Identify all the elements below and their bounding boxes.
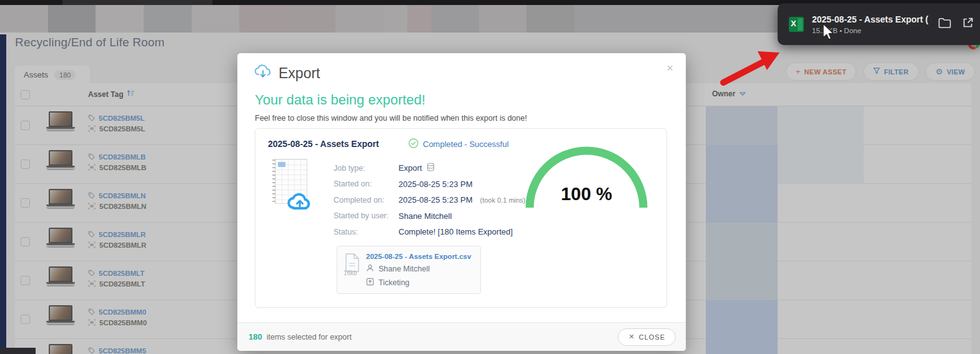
download-toast[interactable]: X 2025-08-25 - Assets Export ( 15.2 KB •… [778, 3, 980, 45]
cloud-export-icon [254, 64, 272, 83]
job-status-badge: Completed - Successful [408, 138, 508, 150]
job-name: 2025-08-25 - Assets Export [268, 139, 379, 149]
export-job-card: 2025-08-25 - Assets Export Completed - S… [255, 128, 667, 308]
export-file-chip[interactable]: 16kb 2025-08-25 - Assets Export.csv Shan… [337, 246, 481, 294]
field-label: Job type: [334, 164, 398, 173]
field-label: Started on: [334, 180, 398, 188]
export-subtext: Feel free to close this window and you w… [255, 114, 686, 123]
file-name-link[interactable]: 2025-08-25 - Assets Export.csv [366, 253, 474, 260]
field-label: Status: [334, 228, 398, 236]
user-icon [366, 264, 374, 274]
annotation-arrow [718, 44, 787, 88]
field-value: Export [398, 163, 422, 173]
field-value: Complete! [180 Items Exported] [398, 227, 513, 236]
collapsed-sidebar[interactable] [0, 34, 6, 354]
sidebar-footer [0, 348, 36, 354]
file-icon: 16kb [345, 253, 364, 275]
duration-note: (took 0.1 mins) [480, 196, 526, 204]
field-label: Started by user: [334, 211, 398, 220]
mouse-cursor [821, 23, 834, 41]
open-in-new-icon[interactable] [962, 17, 974, 31]
modal-title: Export [279, 65, 320, 82]
file-owner: Shane Mitchell [379, 265, 430, 273]
excel-file-icon: X [789, 17, 804, 32]
job-fields: Job type: Export Started on: 2025-08-25 … [334, 160, 525, 240]
progress-percent: 100 % [524, 184, 649, 205]
close-icon[interactable]: × [666, 62, 673, 74]
export-heading: Your data is being exported! [255, 92, 686, 108]
export-modal: Export × Your data is being exported! Fe… [237, 53, 686, 351]
selected-text: items selected for export [267, 333, 352, 341]
x-icon: ✕ [628, 333, 635, 341]
check-circle-icon [408, 138, 418, 150]
close-button[interactable]: ✕ CLOSE [618, 328, 676, 346]
field-value: Shane Mitchell [398, 211, 452, 221]
selected-count: 180 [249, 332, 262, 341]
field-label: Completed on: [334, 196, 398, 205]
file-size: 16kb [344, 270, 357, 276]
screen: Recycling/End of Life Room + NEW ASSET F… [0, 0, 980, 354]
app-icon [366, 278, 374, 288]
show-in-folder-icon[interactable] [938, 18, 951, 31]
modal-footer: 180 items selected for export ✕ CLOSE [237, 322, 686, 351]
browser-active-tab [62, 0, 212, 5]
database-icon [427, 163, 435, 173]
progress-gauge: 100 % [524, 143, 649, 213]
file-app: Ticketing [379, 278, 410, 287]
field-value: 2025-08-25 5:23 PM [398, 180, 473, 189]
spreadsheet-export-icon [271, 159, 310, 209]
field-value: 2025-08-25 5:23 PM [398, 195, 473, 205]
